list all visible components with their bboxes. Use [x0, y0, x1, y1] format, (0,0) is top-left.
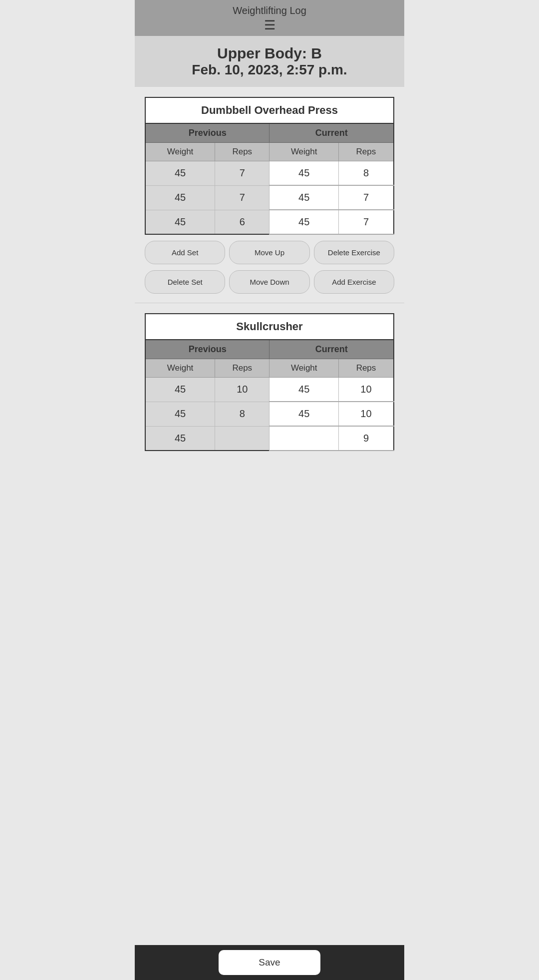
cur-reps[interactable]: 8 [338, 161, 394, 186]
reps-col-cur-2: Reps [338, 359, 394, 378]
previous-header-1: Previous [145, 123, 270, 143]
header-group-row-2: Previous Current [145, 340, 394, 359]
cur-weight[interactable]: 45 [270, 185, 338, 210]
prev-weight: 45 [145, 426, 215, 451]
move-down-button[interactable]: Move Down [229, 270, 309, 294]
prev-reps: 7 [215, 161, 270, 186]
add-set-button[interactable]: Add Set [145, 241, 225, 264]
exercise-name-1: Dumbbell Overhead Press [145, 97, 394, 123]
previous-header-2: Previous [145, 340, 270, 359]
app-title: Weightlifting Log [233, 5, 306, 16]
current-header-2: Current [270, 340, 394, 359]
weight-col-cur-2: Weight [270, 359, 338, 378]
prev-weight: 45 [145, 402, 215, 426]
table-row: 45 6 45 7 [145, 210, 394, 234]
prev-weight: 45 [145, 378, 215, 402]
weight-col-cur-1: Weight [270, 143, 338, 161]
add-exercise-button[interactable]: Add Exercise [314, 270, 394, 294]
cur-reps[interactable]: 9 [338, 426, 394, 451]
table-row: 45 7 45 7 [145, 185, 394, 210]
reps-col-prev-1: Reps [215, 143, 270, 161]
table-row: 45 7 45 8 [145, 161, 394, 186]
button-row-1-bottom: Delete Set Move Down Add Exercise [145, 270, 394, 294]
delete-set-button[interactable]: Delete Set [145, 270, 225, 294]
workout-date: Feb. 10, 2023, 2:57 p.m. [140, 62, 399, 78]
prev-reps: 8 [215, 402, 270, 426]
exercise-name-2: Skullcrusher [145, 314, 394, 340]
col-header-row-2: Weight Reps Weight Reps [145, 359, 394, 378]
prev-reps [215, 426, 270, 451]
weight-col-prev-1: Weight [145, 143, 215, 161]
move-up-button[interactable]: Move Up [229, 241, 309, 264]
table-row: 45 8 45 10 [145, 402, 394, 426]
delete-exercise-button[interactable]: Delete Exercise [314, 241, 394, 264]
exercise-table-2: Skullcrusher Previous Current Weight Rep… [145, 313, 394, 451]
prev-weight: 45 [145, 161, 215, 186]
current-header-1: Current [270, 123, 394, 143]
cur-weight[interactable] [270, 426, 338, 451]
reps-col-prev-2: Reps [215, 359, 270, 378]
cur-weight[interactable]: 45 [270, 402, 338, 426]
app-header: Weightlifting Log ☰ [135, 0, 404, 36]
exercise-name-row-2: Skullcrusher [145, 314, 394, 340]
cur-weight[interactable]: 45 [270, 161, 338, 186]
exercise-section-1: Dumbbell Overhead Press Previous Current… [135, 87, 404, 303]
button-row-1-top: Add Set Move Up Delete Exercise [145, 241, 394, 264]
prev-reps: 6 [215, 210, 270, 234]
exercise-table-1: Dumbbell Overhead Press Previous Current… [145, 97, 394, 235]
prev-reps: 10 [215, 378, 270, 402]
exercise-section-2: Skullcrusher Previous Current Weight Rep… [135, 303, 404, 491]
workout-header: Upper Body: B Feb. 10, 2023, 2:57 p.m. [135, 36, 404, 87]
table-row: 45 10 45 10 [145, 378, 394, 402]
cur-reps[interactable]: 7 [338, 185, 394, 210]
workout-title: Upper Body: B [140, 45, 399, 62]
prev-weight: 45 [145, 185, 215, 210]
header-group-row-1: Previous Current [145, 123, 394, 143]
cur-weight[interactable]: 45 [270, 378, 338, 402]
exercise-name-row-1: Dumbbell Overhead Press [145, 97, 394, 123]
prev-weight: 45 [145, 210, 215, 234]
cur-reps[interactable]: 7 [338, 210, 394, 234]
weight-col-prev-2: Weight [145, 359, 215, 378]
table-row: 45 9 [145, 426, 394, 451]
col-header-row-1: Weight Reps Weight Reps [145, 143, 394, 161]
reps-col-cur-1: Reps [338, 143, 394, 161]
hamburger-icon[interactable]: ☰ [135, 17, 404, 33]
prev-reps: 7 [215, 185, 270, 210]
cur-weight[interactable]: 45 [270, 210, 338, 234]
cur-reps[interactable]: 10 [338, 378, 394, 402]
cur-reps[interactable]: 10 [338, 402, 394, 426]
